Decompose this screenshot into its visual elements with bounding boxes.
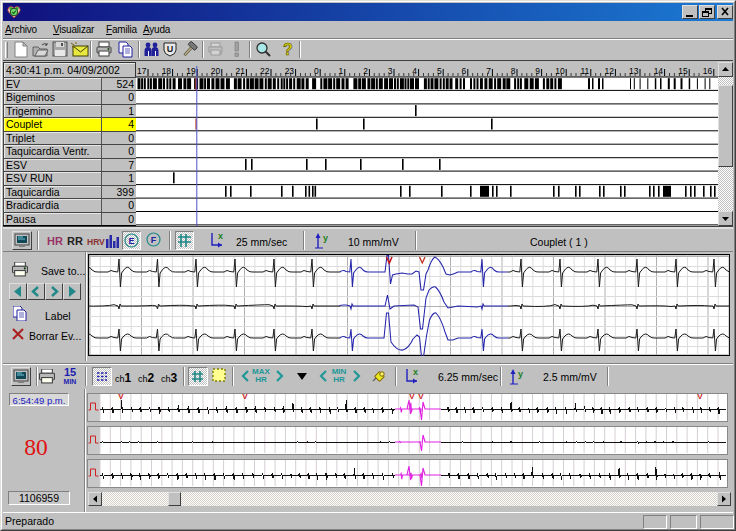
svg-text:16: 16 bbox=[703, 66, 713, 76]
svg-text:y: y bbox=[518, 369, 523, 379]
svg-text:9: 9 bbox=[535, 66, 540, 76]
svg-text:V: V bbox=[118, 392, 124, 401]
svg-text:20: 20 bbox=[211, 66, 221, 76]
svg-text:1: 1 bbox=[339, 66, 344, 76]
svg-text:12: 12 bbox=[604, 66, 614, 76]
svg-text:19: 19 bbox=[186, 66, 196, 76]
svg-text:x: x bbox=[218, 232, 223, 241]
svg-text:6: 6 bbox=[462, 66, 467, 76]
svg-text:V: V bbox=[418, 392, 424, 401]
svg-text:3: 3 bbox=[388, 66, 393, 76]
svg-text:10: 10 bbox=[555, 66, 565, 76]
svg-text:E: E bbox=[128, 236, 134, 246]
svg-text:V: V bbox=[409, 392, 415, 401]
svg-text:23: 23 bbox=[285, 66, 295, 76]
svg-text:U: U bbox=[167, 44, 174, 54]
svg-text:18: 18 bbox=[162, 66, 172, 76]
svg-text:0: 0 bbox=[314, 66, 319, 76]
svg-text:8: 8 bbox=[511, 66, 516, 76]
svg-text:?: ? bbox=[283, 41, 293, 58]
svg-text:V: V bbox=[242, 392, 248, 401]
svg-text:17: 17 bbox=[137, 66, 147, 76]
svg-text:2: 2 bbox=[363, 66, 368, 76]
svg-text:14: 14 bbox=[654, 66, 664, 76]
svg-text:7: 7 bbox=[486, 66, 491, 76]
svg-text:y: y bbox=[323, 233, 328, 243]
svg-text:5: 5 bbox=[437, 66, 442, 76]
svg-text:4: 4 bbox=[412, 66, 417, 76]
svg-text:13: 13 bbox=[629, 66, 639, 76]
svg-text:V: V bbox=[697, 392, 703, 401]
svg-text:11: 11 bbox=[580, 66, 589, 76]
svg-text:22: 22 bbox=[260, 66, 270, 76]
svg-text:F: F bbox=[151, 235, 157, 245]
svg-text:21: 21 bbox=[235, 66, 245, 76]
svg-text:15: 15 bbox=[678, 66, 688, 76]
svg-text:x: x bbox=[413, 368, 418, 377]
